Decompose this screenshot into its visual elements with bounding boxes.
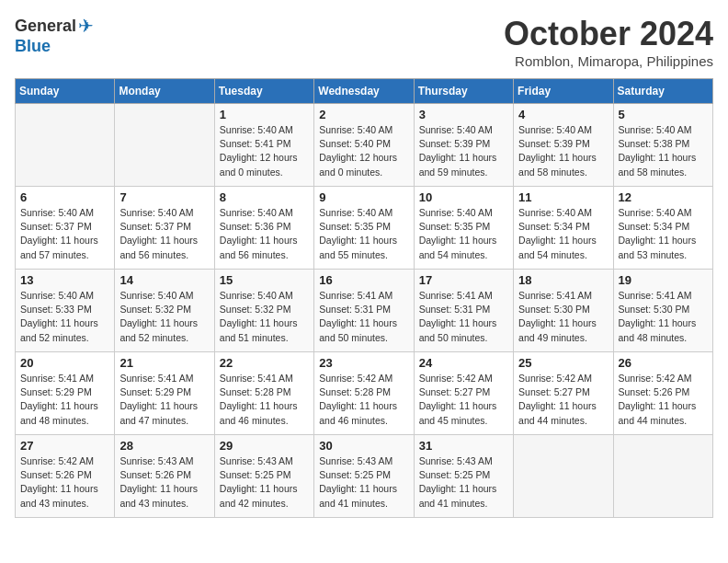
day-info: Sunrise: 5:40 AMSunset: 5:40 PMDaylight:… <box>319 123 408 179</box>
table-row: 25Sunrise: 5:42 AMSunset: 5:27 PMDayligh… <box>514 352 613 435</box>
day-number: 13 <box>20 273 109 287</box>
day-number: 11 <box>518 190 608 204</box>
calendar-week-row: 20Sunrise: 5:41 AMSunset: 5:29 PMDayligh… <box>16 352 713 435</box>
month-title: October 2024 <box>504 15 713 53</box>
table-row: 9Sunrise: 5:40 AMSunset: 5:35 PMDaylight… <box>314 187 414 270</box>
day-info: Sunrise: 5:43 AMSunset: 5:25 PMDaylight:… <box>319 454 408 511</box>
day-number: 21 <box>119 356 209 370</box>
table-row: 1Sunrise: 5:40 AMSunset: 5:41 PMDaylight… <box>214 104 313 187</box>
day-number: 22 <box>220 356 309 370</box>
day-number: 8 <box>220 190 309 204</box>
calendar-week-row: 13Sunrise: 5:40 AMSunset: 5:33 PMDayligh… <box>16 270 713 352</box>
col-sunday: Sunday <box>16 79 115 104</box>
day-info: Sunrise: 5:42 AMSunset: 5:27 PMDaylight:… <box>419 372 508 428</box>
day-number: 2 <box>319 108 408 121</box>
day-number: 26 <box>619 356 708 370</box>
day-info: Sunrise: 5:41 AMSunset: 5:29 PMDaylight:… <box>119 372 209 428</box>
day-info: Sunrise: 5:42 AMSunset: 5:26 PMDaylight:… <box>20 454 109 511</box>
table-row: 22Sunrise: 5:41 AMSunset: 5:28 PMDayligh… <box>214 352 313 435</box>
calendar-week-row: 27Sunrise: 5:42 AMSunset: 5:26 PMDayligh… <box>16 435 713 518</box>
day-number: 27 <box>20 439 109 453</box>
day-number: 1 <box>220 108 309 121</box>
table-row: 11Sunrise: 5:40 AMSunset: 5:34 PMDayligh… <box>514 187 613 270</box>
day-info: Sunrise: 5:41 AMSunset: 5:31 PMDaylight:… <box>419 289 508 345</box>
day-info: Sunrise: 5:42 AMSunset: 5:27 PMDaylight:… <box>518 372 608 428</box>
col-friday: Friday <box>514 79 613 104</box>
calendar-week-row: 6Sunrise: 5:40 AMSunset: 5:37 PMDaylight… <box>16 187 713 270</box>
day-number: 6 <box>20 190 109 204</box>
table-row: 27Sunrise: 5:42 AMSunset: 5:26 PMDayligh… <box>16 435 115 518</box>
day-info: Sunrise: 5:40 AMSunset: 5:34 PMDaylight:… <box>518 206 608 262</box>
day-number: 5 <box>619 108 708 121</box>
col-monday: Monday <box>115 79 214 104</box>
day-number: 24 <box>419 356 508 370</box>
table-row: 8Sunrise: 5:40 AMSunset: 5:36 PMDaylight… <box>214 187 313 270</box>
day-info: Sunrise: 5:40 AMSunset: 5:34 PMDaylight:… <box>619 206 708 262</box>
day-info: Sunrise: 5:43 AMSunset: 5:26 PMDaylight:… <box>119 454 209 511</box>
table-row: 4Sunrise: 5:40 AMSunset: 5:39 PMDaylight… <box>514 104 613 187</box>
day-info: Sunrise: 5:40 AMSunset: 5:33 PMDaylight:… <box>20 289 109 345</box>
table-row <box>613 435 712 518</box>
table-row <box>514 435 613 518</box>
table-row: 24Sunrise: 5:42 AMSunset: 5:27 PMDayligh… <box>414 352 513 435</box>
col-tuesday: Tuesday <box>214 79 313 104</box>
day-number: 17 <box>419 273 508 287</box>
day-number: 3 <box>419 108 508 121</box>
table-row: 2Sunrise: 5:40 AMSunset: 5:40 PMDaylight… <box>314 104 414 187</box>
day-number: 16 <box>319 273 408 287</box>
day-number: 25 <box>518 356 608 370</box>
table-row: 7Sunrise: 5:40 AMSunset: 5:37 PMDaylight… <box>115 187 214 270</box>
day-number: 31 <box>419 439 508 453</box>
location-text: Romblon, Mimaropa, Philippines <box>504 53 713 69</box>
day-info: Sunrise: 5:40 AMSunset: 5:32 PMDaylight:… <box>220 289 309 345</box>
day-info: Sunrise: 5:42 AMSunset: 5:26 PMDaylight:… <box>619 372 708 428</box>
day-number: 19 <box>619 273 708 287</box>
logo-bird-icon: ✈ <box>78 15 94 37</box>
day-info: Sunrise: 5:41 AMSunset: 5:31 PMDaylight:… <box>319 289 408 345</box>
day-info: Sunrise: 5:41 AMSunset: 5:30 PMDaylight:… <box>518 289 608 345</box>
table-row: 6Sunrise: 5:40 AMSunset: 5:37 PMDaylight… <box>16 187 115 270</box>
page-header: General ✈ Blue October 2024 Romblon, Mim… <box>15 15 713 69</box>
table-row: 20Sunrise: 5:41 AMSunset: 5:29 PMDayligh… <box>16 352 115 435</box>
logo: General ✈ Blue <box>15 15 94 56</box>
day-info: Sunrise: 5:42 AMSunset: 5:28 PMDaylight:… <box>319 372 408 428</box>
table-row: 23Sunrise: 5:42 AMSunset: 5:28 PMDayligh… <box>314 352 414 435</box>
day-number: 4 <box>518 108 608 121</box>
day-info: Sunrise: 5:43 AMSunset: 5:25 PMDaylight:… <box>220 454 309 511</box>
col-thursday: Thursday <box>414 79 513 104</box>
day-info: Sunrise: 5:40 AMSunset: 5:37 PMDaylight:… <box>20 206 109 262</box>
day-info: Sunrise: 5:40 AMSunset: 5:35 PMDaylight:… <box>319 206 408 262</box>
day-number: 20 <box>20 356 109 370</box>
day-number: 30 <box>319 439 408 453</box>
table-row <box>16 104 115 187</box>
table-row: 18Sunrise: 5:41 AMSunset: 5:30 PMDayligh… <box>514 270 613 352</box>
table-row: 30Sunrise: 5:43 AMSunset: 5:25 PMDayligh… <box>314 435 414 518</box>
calendar-table: Sunday Monday Tuesday Wednesday Thursday… <box>15 78 713 518</box>
day-info: Sunrise: 5:41 AMSunset: 5:29 PMDaylight:… <box>20 372 109 428</box>
day-info: Sunrise: 5:40 AMSunset: 5:39 PMDaylight:… <box>419 123 508 179</box>
table-row: 5Sunrise: 5:40 AMSunset: 5:38 PMDaylight… <box>613 104 712 187</box>
day-info: Sunrise: 5:40 AMSunset: 5:39 PMDaylight:… <box>518 123 608 179</box>
col-wednesday: Wednesday <box>314 79 414 104</box>
day-info: Sunrise: 5:41 AMSunset: 5:28 PMDaylight:… <box>220 372 309 428</box>
logo-general-text: General <box>15 17 76 36</box>
col-saturday: Saturday <box>613 79 712 104</box>
calendar-week-row: 1Sunrise: 5:40 AMSunset: 5:41 PMDaylight… <box>16 104 713 187</box>
table-row: 12Sunrise: 5:40 AMSunset: 5:34 PMDayligh… <box>613 187 712 270</box>
table-row: 31Sunrise: 5:43 AMSunset: 5:25 PMDayligh… <box>414 435 513 518</box>
table-row: 13Sunrise: 5:40 AMSunset: 5:33 PMDayligh… <box>16 270 115 352</box>
table-row: 10Sunrise: 5:40 AMSunset: 5:35 PMDayligh… <box>414 187 513 270</box>
day-number: 9 <box>319 190 408 204</box>
table-row: 26Sunrise: 5:42 AMSunset: 5:26 PMDayligh… <box>613 352 712 435</box>
day-info: Sunrise: 5:40 AMSunset: 5:38 PMDaylight:… <box>619 123 708 179</box>
day-info: Sunrise: 5:40 AMSunset: 5:37 PMDaylight:… <box>119 206 209 262</box>
day-info: Sunrise: 5:40 AMSunset: 5:41 PMDaylight:… <box>220 123 309 179</box>
day-number: 14 <box>119 273 209 287</box>
table-row: 15Sunrise: 5:40 AMSunset: 5:32 PMDayligh… <box>214 270 313 352</box>
table-row: 14Sunrise: 5:40 AMSunset: 5:32 PMDayligh… <box>115 270 214 352</box>
day-number: 10 <box>419 190 508 204</box>
calendar-header-row: Sunday Monday Tuesday Wednesday Thursday… <box>16 79 713 104</box>
table-row: 28Sunrise: 5:43 AMSunset: 5:26 PMDayligh… <box>115 435 214 518</box>
table-row: 3Sunrise: 5:40 AMSunset: 5:39 PMDaylight… <box>414 104 513 187</box>
day-info: Sunrise: 5:40 AMSunset: 5:32 PMDaylight:… <box>119 289 209 345</box>
